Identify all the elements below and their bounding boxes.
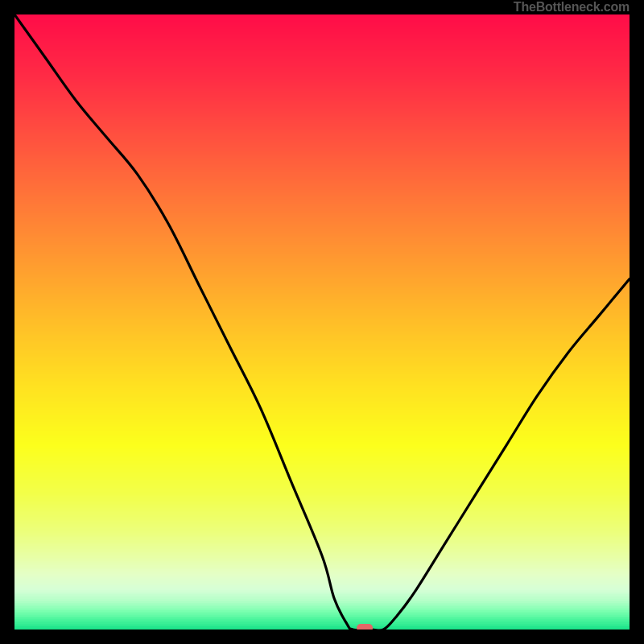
chart-frame: TheBottleneck.com [0, 0, 644, 644]
attribution-text: TheBottleneck.com [514, 0, 630, 14]
minimum-marker [357, 624, 374, 630]
bottleneck-curve [14, 14, 630, 630]
plot-area [14, 14, 630, 630]
curve-svg [14, 14, 630, 630]
